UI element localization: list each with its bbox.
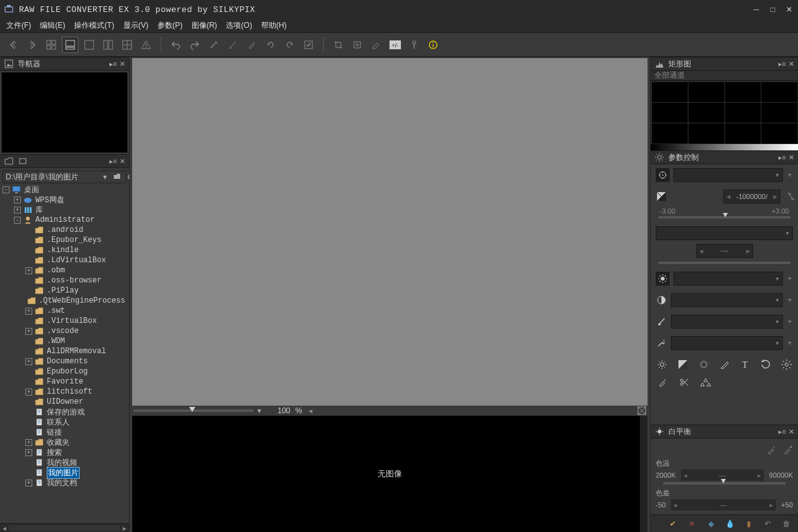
bi-folder-icon[interactable]: ▮ [744,519,754,529]
tree-node[interactable]: .PiPlay [0,286,129,296]
tree-node[interactable]: .LdVirtualBox [0,255,129,265]
tree-node[interactable]: +收藏夹 [0,437,129,447]
bi-undo-icon[interactable]: ↶ [763,519,773,529]
tb-next-icon[interactable] [24,37,40,53]
preset-add-icon[interactable]: + [787,171,793,179]
zoom-fit-icon[interactable] [637,406,646,415]
tree-node[interactable]: +litchisoft [0,387,129,397]
menu-mode[interactable]: 操作模式(T) [74,20,114,31]
folder-hscrollbar[interactable]: ◂ ▸ [0,523,129,532]
tree-node[interactable]: 链接 [0,427,129,437]
panel-close-icon[interactable]: ✕ [789,154,794,162]
reset-icon[interactable] [759,358,773,372]
zoom-slider[interactable] [133,409,254,412]
panel-close-icon[interactable]: ✕ [789,428,794,436]
tree-toggle-icon[interactable]: + [25,480,32,487]
noise-add-icon[interactable]: + [787,339,793,348]
tb-rotate-left-icon[interactable] [262,37,279,53]
preview-canvas[interactable] [132,58,648,406]
panel-menu-icon[interactable]: ▸≡ [778,60,786,68]
lens-icon[interactable] [697,358,710,372]
tree-node[interactable]: 联系人 [0,417,129,427]
tree-node[interactable]: .QtWebEngineProcess [0,296,129,306]
wb-temp-slider[interactable] [663,482,785,485]
tb-check-icon[interactable] [300,37,317,53]
tree-node[interactable]: AllDRMRemoval [0,346,129,356]
tree-node[interactable]: Favorite [0,377,129,387]
tree-node[interactable]: +.swt [0,306,129,316]
tb-grid4b-icon[interactable] [119,37,135,53]
tree-toggle-icon[interactable]: + [14,196,21,203]
thumb-vscrollbar[interactable] [640,416,648,532]
tb-rotate-right-icon[interactable] [281,37,298,53]
brightness-icon[interactable] [656,272,670,286]
tb-warn-icon[interactable] [138,37,154,53]
recycle-icon[interactable] [699,375,713,389]
folder-tree[interactable]: -桌面+WPS网盘+库-Administrator.android.Epubor… [0,183,129,523]
menu-option[interactable]: 选项(O) [226,20,252,31]
histogram-channel-select[interactable]: 全部通道 [651,71,798,81]
tb-single-bottom-icon[interactable] [62,37,78,53]
menu-edit[interactable]: 编辑(E) [40,20,65,31]
panel-menu-icon[interactable]: ▸≡ [778,154,786,162]
panel-close-icon[interactable]: ✕ [789,60,794,68]
contrast-dropdown[interactable]: ▾ [671,293,783,307]
wb-eyedropper2-icon[interactable] [783,445,793,455]
menu-help[interactable]: 帮助(H) [261,20,287,31]
panel-close-icon[interactable]: ✕ [120,157,125,166]
menu-param[interactable]: 参数(P) [157,20,183,31]
panel-menu-icon[interactable]: ▸≡ [109,157,117,166]
folder-new-icon[interactable] [18,156,28,166]
tree-toggle-icon[interactable]: + [25,308,32,315]
tree-toggle-icon[interactable]: + [25,389,32,396]
tree-node[interactable]: .android [0,225,129,235]
sharpness-dropdown[interactable]: ▾ [671,315,783,329]
tree-node[interactable]: -Administrator [0,215,129,225]
tree-toggle-icon[interactable]: + [25,439,32,446]
preset-dropdown[interactable]: ▾ [673,168,783,182]
tree-node[interactable]: +搜索 [0,447,129,457]
exposure-slider[interactable] [658,216,790,219]
path-go-icon[interactable] [113,173,121,181]
tb-grid4-icon[interactable] [43,37,59,53]
menu-image[interactable]: 图像(R) [192,20,218,31]
tb-brush2-icon[interactable] [243,37,260,53]
tree-node[interactable]: +.vscode [0,326,129,336]
tree-node[interactable]: .VirtualBox [0,316,129,326]
param2-slider[interactable] [658,262,790,264]
zoom-dropdown-icon[interactable]: ▾ [257,406,261,415]
tree-node[interactable]: .Epubor_Keys [0,235,129,245]
bi-drop-icon[interactable]: 💧 [725,519,735,529]
tree-toggle-icon[interactable]: + [25,328,32,335]
tb-exposure-icon[interactable]: +/- [387,37,403,53]
tree-toggle-icon[interactable]: + [25,449,32,456]
tree-node[interactable]: 我的图片 [0,468,129,478]
text-icon[interactable]: T [739,358,752,372]
tree-node[interactable]: .oss-browser [0,275,129,286]
maximize-button[interactable]: □ [768,4,778,15]
menu-file[interactable]: 文件(F) [6,20,31,31]
tb-brush-icon[interactable] [224,37,241,53]
tree-toggle-icon[interactable]: + [25,267,32,274]
panel-menu-icon[interactable]: ▸≡ [109,60,117,68]
tree-node[interactable]: UIDowner [0,397,129,407]
panel-menu-icon[interactable]: ▸≡ [778,428,786,436]
tb-eraser-icon[interactable] [368,37,384,53]
tree-node[interactable]: +.obm [0,265,129,275]
tb-prev-icon[interactable] [5,37,21,53]
tree-toggle-icon[interactable]: + [14,207,21,214]
tb-wand-icon[interactable] [206,37,222,53]
tb-pipette-icon[interactable] [406,37,422,53]
param2-value-box[interactable]: ◂ --- ▸ [696,244,753,258]
tree-node[interactable]: +Documents [0,356,129,366]
tree-node[interactable]: +库 [0,205,129,215]
preset-icon[interactable] [656,168,670,182]
tb-crop-icon[interactable] [330,37,347,53]
menu-view[interactable]: 显示(V) [123,20,149,31]
bi-trash-icon[interactable]: 🗑 [782,519,792,529]
tb-split2-icon[interactable] [100,37,116,53]
wb-eyedropper-icon[interactable] [766,445,777,455]
tree-node[interactable]: 保存的游戏 [0,407,129,417]
tree-toggle-icon[interactable]: - [14,217,21,224]
tb-crop2-icon[interactable] [349,37,365,53]
